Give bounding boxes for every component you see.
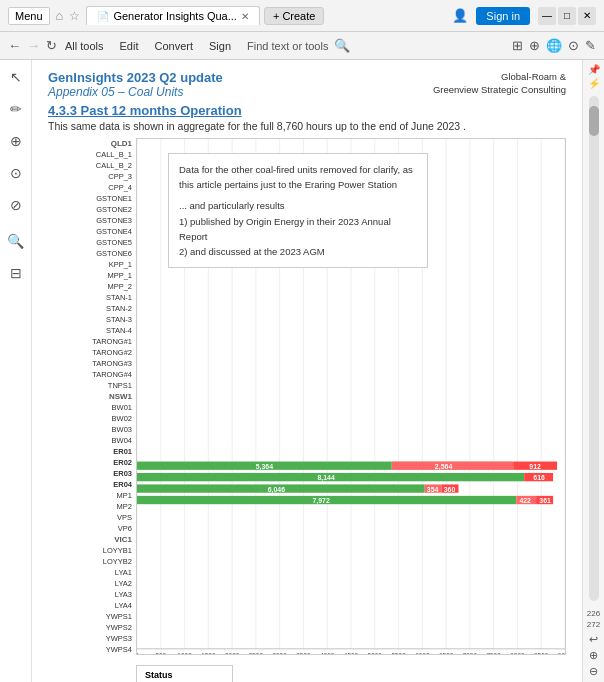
state-label-nsw1: NSW1 bbox=[48, 391, 136, 402]
legend: Status Offline - Forced Offline - Planne… bbox=[136, 659, 566, 682]
doc-title: GenInsights 2023 Q2 update bbox=[48, 70, 223, 85]
right-icon-2[interactable]: ⚡ bbox=[588, 78, 600, 89]
scroll-num-1: 226 bbox=[587, 608, 600, 619]
cursor-icon[interactable]: ↖ bbox=[5, 66, 27, 88]
unit-gstone2: GSTONE2 bbox=[48, 204, 136, 214]
view-icon[interactable]: ⊙ bbox=[5, 162, 27, 184]
unit-call-b-2: CALL_B_2 bbox=[48, 160, 136, 170]
er04-planned-label: 361 bbox=[539, 497, 551, 505]
unit-loyyb2: LOYYB2 bbox=[48, 556, 136, 566]
legend-title: Status bbox=[145, 670, 224, 680]
create-button[interactable]: + Create bbox=[264, 7, 325, 25]
convert-item[interactable]: Convert bbox=[155, 40, 194, 52]
scroll-track[interactable] bbox=[589, 96, 599, 601]
unit-mpp1: MPP_1 bbox=[48, 270, 136, 280]
unit-stan3: STAN-3 bbox=[48, 314, 136, 324]
browser-action-icons: ⊞ ⊕ 🌐 ⊙ ✎ bbox=[512, 38, 596, 53]
minimize-button[interactable]: — bbox=[538, 7, 556, 25]
title-bar-left: Menu ⌂ ☆ 📄 Generator Insights Qua... ✕ +… bbox=[8, 6, 446, 25]
info-line4: ... and particularly results bbox=[179, 198, 417, 213]
left-sidebar: ↖ ✏ ⊕ ⊙ ⊘ 🔍 ⊟ bbox=[0, 60, 32, 682]
sign-item[interactable]: Sign bbox=[209, 40, 231, 52]
er02-planned-label: 616 bbox=[533, 474, 545, 482]
x-tick-5000: 5000 bbox=[368, 652, 383, 654]
unit-er01: ER01 bbox=[48, 446, 136, 456]
unit-mpp2: MPP_2 bbox=[48, 281, 136, 291]
scroll-thumb[interactable] bbox=[589, 106, 599, 136]
unit-lya4: LYA4 bbox=[48, 600, 136, 610]
star-icon[interactable]: ☆ bbox=[69, 9, 80, 23]
forward-icon[interactable]: → bbox=[27, 38, 40, 53]
unit-stan2: STAN-2 bbox=[48, 303, 136, 313]
maximize-button[interactable]: □ bbox=[558, 7, 576, 25]
er01-online-label: 5,364 bbox=[256, 463, 273, 471]
profile-icon[interactable]: 👤 bbox=[452, 8, 468, 23]
pencil-icon[interactable]: ✏ bbox=[5, 98, 27, 120]
x-tick-5500: 5500 bbox=[391, 652, 406, 654]
add-circle-icon[interactable]: ⊕ bbox=[5, 130, 27, 152]
state-label-vic1: VIC1 bbox=[48, 534, 136, 545]
unit-loyyb1: LOYYB1 bbox=[48, 545, 136, 555]
unit-cpp-3: CPP_3 bbox=[48, 171, 136, 181]
er01-forced-bar bbox=[392, 462, 513, 470]
right-panel: 📌 ⚡ 226 272 ↩ ⊕ ⊖ bbox=[582, 60, 604, 682]
unit-ywps2: YWPS2 bbox=[48, 622, 136, 632]
x-tick-6500: 6500 bbox=[439, 652, 454, 654]
company-line1: Global-Roam & bbox=[433, 70, 566, 83]
unit-ywps1: YWPS1 bbox=[48, 611, 136, 621]
unit-bw04: BW04 bbox=[48, 435, 136, 445]
x-tick-1500: 1500 bbox=[201, 652, 216, 654]
x-tick-7000: 7000 bbox=[463, 652, 478, 654]
er03-online-label: 6,046 bbox=[268, 486, 285, 494]
find-text-label: Find text or tools bbox=[247, 40, 328, 52]
x-tick-2500: 2500 bbox=[249, 652, 264, 654]
tab-label: Generator Insights Qua... bbox=[113, 10, 237, 22]
browser-icon3[interactable]: ⊙ bbox=[568, 38, 579, 53]
doc-subtitle: Appendix 05 – Coal Units bbox=[48, 85, 223, 99]
info-line2: this article pertains just to the Erarin… bbox=[179, 177, 417, 192]
home-icon[interactable]: ⌂ bbox=[56, 8, 64, 23]
section-heading: 4.3.3 Past 12 months Operation bbox=[48, 103, 566, 118]
browser-icon2[interactable]: 🌐 bbox=[546, 38, 562, 53]
state-label-qld1: QLD1 bbox=[48, 138, 136, 149]
title-bar: Menu ⌂ ☆ 📄 Generator Insights Qua... ✕ +… bbox=[0, 0, 604, 32]
sign-in-button[interactable]: Sign in bbox=[476, 7, 530, 25]
find-icon[interactable]: 🔍 bbox=[334, 38, 350, 53]
right-icon-zoom-in[interactable]: ⊕ bbox=[589, 649, 598, 662]
x-tick-7500: 7500 bbox=[486, 652, 501, 654]
unit-ywps4: YWPS4 bbox=[48, 644, 136, 654]
doc-company: Global-Roam & Greenview Strategic Consul… bbox=[433, 70, 566, 99]
info-line5: 1) published by Origin Energy in their 2… bbox=[179, 214, 417, 244]
unit-mp1: MP1 bbox=[48, 490, 136, 500]
edit-item[interactable]: Edit bbox=[120, 40, 139, 52]
right-icon-1[interactable]: 📌 bbox=[588, 64, 600, 75]
right-icon-3[interactable]: ↩ bbox=[589, 633, 598, 646]
unit-gstone5: GSTONE5 bbox=[48, 237, 136, 247]
back-icon[interactable]: ← bbox=[8, 38, 21, 53]
all-tools-item[interactable]: All tools bbox=[65, 40, 104, 52]
section-description: This same data is shown in aggregate for… bbox=[48, 120, 566, 132]
bookmark-icon[interactable]: ⊟ bbox=[5, 262, 27, 284]
active-tab[interactable]: 📄 Generator Insights Qua... ✕ bbox=[86, 6, 260, 25]
menu-button[interactable]: Menu bbox=[8, 7, 50, 25]
search-doc-icon[interactable]: 🔍 bbox=[5, 230, 27, 252]
stamp-icon[interactable]: ⊘ bbox=[5, 194, 27, 216]
close-button[interactable]: ✕ bbox=[578, 7, 596, 25]
unit-cpp-4: CPP_4 bbox=[48, 182, 136, 192]
extensions-icon[interactable]: ⊞ bbox=[512, 38, 523, 53]
unit-lya2: LYA2 bbox=[48, 578, 136, 588]
er02-online-label: 8,144 bbox=[317, 474, 334, 482]
unit-tarong4: TARONG#4 bbox=[48, 369, 136, 379]
x-tick-8500: 8500 bbox=[534, 652, 549, 654]
tab-close-button[interactable]: ✕ bbox=[241, 11, 249, 22]
unit-bw01: BW01 bbox=[48, 402, 136, 412]
x-tick-9000: 9000 bbox=[558, 652, 565, 654]
refresh-icon[interactable]: ↻ bbox=[46, 38, 57, 53]
right-icon-zoom-out[interactable]: ⊖ bbox=[589, 665, 598, 678]
unit-tarong3: TARONG#3 bbox=[48, 358, 136, 368]
nav-icons: ← → ↻ bbox=[8, 38, 57, 53]
browser-icon1[interactable]: ⊕ bbox=[529, 38, 540, 53]
x-tick-6000: 6000 bbox=[415, 652, 430, 654]
unit-lya1: LYA1 bbox=[48, 567, 136, 577]
browser-icon4[interactable]: ✎ bbox=[585, 38, 596, 53]
